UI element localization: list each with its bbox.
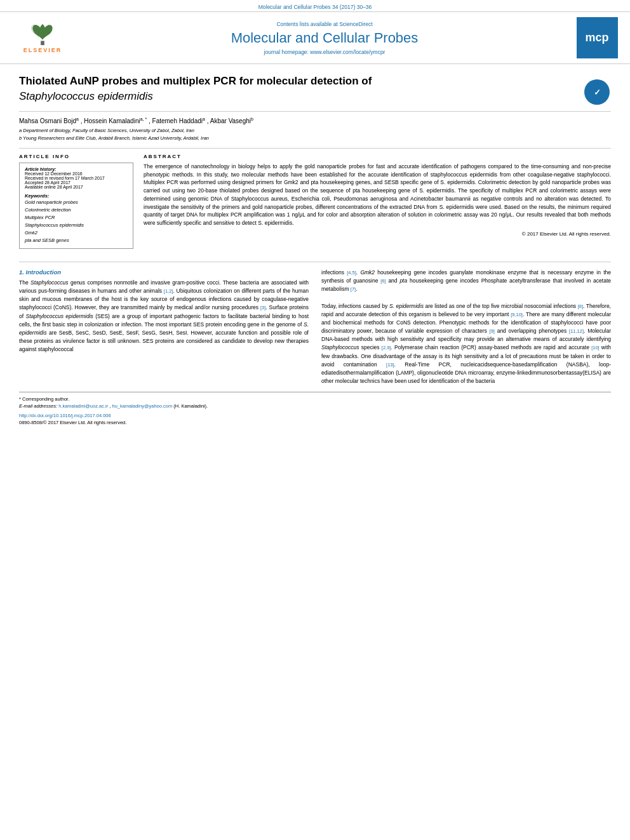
sciencedirect-notice: Contents lists available at ScienceDirec… — [77, 21, 572, 27]
corresponding-note: * Corresponding author. — [19, 396, 611, 403]
section1-right-text: infections [4,5]. Gmk2 housekeeping gene… — [321, 269, 611, 385]
section1-left-text: The Staphylococcus genus comprises nonmo… — [19, 279, 309, 354]
elsevier-logo-block: ELSEVIER — [8, 20, 77, 55]
article-subtitle: Staphylococcus epidermidis — [19, 90, 576, 103]
journal-center-block: Contents lists available at ScienceDirec… — [77, 21, 572, 55]
svg-text:✓: ✓ — [593, 88, 600, 97]
accepted-date: Accepted 28 April 2017 — [25, 180, 128, 185]
issn-line: 0890-8508/© 2017 Elsevier Ltd. All right… — [19, 420, 611, 425]
received-date: Received 12 December 2016 — [25, 171, 128, 176]
affiliations: a Department of Biology, Faculty of Basi… — [19, 127, 611, 142]
elsevier-wordmark: ELSEVIER — [23, 47, 62, 53]
revised-date: Received in revised form 17 March 2017 — [25, 176, 128, 180]
footnote-area: * Corresponding author. E-mail addresses… — [19, 392, 611, 425]
journal-title-banner: Molecular and Cellular Probes — [77, 30, 572, 46]
journal-homepage: journal homepage: www.elsevier.com/locat… — [77, 49, 572, 55]
copyright-line: © 2017 Elsevier Ltd. All rights reserved… — [144, 231, 611, 237]
section-divider — [19, 262, 611, 262]
article-main-title: Thiolated AuNP probes and multiplex PCR … — [19, 74, 576, 89]
email2-link[interactable]: hu_kamaladiny@yahoo.com — [112, 403, 173, 409]
svg-rect-0 — [41, 41, 44, 45]
authors-line: Mahsa Osmani Bojda , Hossein Kamaladinia… — [19, 117, 611, 124]
email1-link[interactable]: h.kamaladini@uoz.ac.ir — [58, 403, 109, 409]
doi-link[interactable]: http://dx.doi.org/10.1016/j.mcp.2017.04.… — [19, 413, 611, 418]
journal-header: ELSEVIER Contents lists available at Sci… — [0, 11, 630, 64]
affiliation-b: b Young Researchers and Elite Club, Arda… — [19, 135, 611, 142]
history-label: Article history: — [25, 167, 128, 171]
article-info-heading: ARTICLE INFO — [19, 154, 133, 159]
article-info-box: Article history: Received 12 December 20… — [19, 163, 133, 249]
section1-title: 1. Introduction — [19, 269, 309, 276]
abstract-heading: ABSTRACT — [144, 154, 611, 159]
email-line: E-mail addresses: h.kamaladini@uoz.ac.ir… — [19, 403, 611, 410]
available-date: Available online 28 April 2017 — [25, 185, 128, 189]
journal-reference: Molecular and Cellular Probes 34 (2017) … — [0, 0, 630, 11]
abstract-text: The emergence of nanotechnology in biolo… — [144, 163, 611, 227]
keywords-label: Keywords: — [25, 193, 128, 199]
affiliation-a: a Department of Biology, Faculty of Basi… — [19, 127, 611, 134]
mcp-logo-block: mcp — [572, 17, 622, 58]
sciencedirect-link[interactable]: ScienceDirect — [339, 21, 372, 27]
mcp-logo: mcp — [577, 17, 618, 58]
homepage-link[interactable]: www.elsevier.com/locate/ymcpr — [310, 49, 385, 55]
keywords-list: Gold nanoparticle probes Colorimetric de… — [25, 199, 128, 244]
article-title-section: Thiolated AuNP probes and multiplex PCR … — [19, 64, 611, 112]
crossmark-logo[interactable]: ✓ — [582, 77, 611, 106]
